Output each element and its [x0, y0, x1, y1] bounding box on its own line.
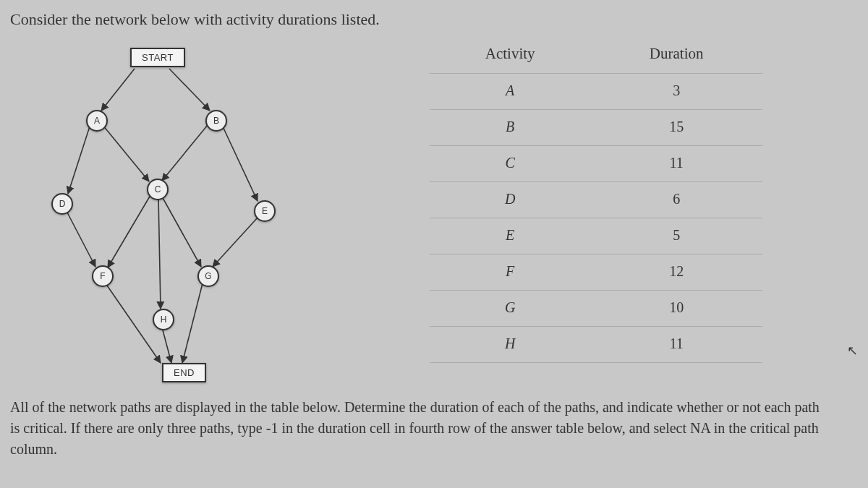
end-node: END	[162, 363, 206, 382]
node-a: A	[86, 110, 108, 132]
node-f: F	[92, 265, 114, 287]
cursor-icon: ↖	[847, 343, 858, 359]
activity-cell: F	[430, 254, 590, 291]
instructions-text: All of the network paths are displayed i…	[10, 387, 820, 460]
column-header-duration: Duration	[590, 36, 762, 74]
activity-cell: E	[430, 218, 590, 254]
column-header-activity: Activity	[430, 36, 590, 74]
duration-cell: 15	[590, 110, 762, 146]
table-row: D6	[430, 182, 762, 218]
node-e: E	[254, 200, 276, 222]
node-b: B	[205, 110, 227, 132]
page-title: Consider the network below with activity…	[10, 6, 858, 36]
duration-cell: 10	[590, 291, 762, 327]
node-c: C	[147, 179, 169, 200]
table-row: E5	[430, 218, 762, 254]
node-h: H	[153, 309, 174, 330]
activity-cell: C	[430, 146, 590, 182]
node-g: G	[197, 265, 219, 287]
activity-cell: B	[430, 110, 590, 146]
duration-cell: 5	[590, 218, 762, 254]
duration-table: Activity Duration A3 B15 C11 D6 E5 F12 G…	[430, 36, 858, 387]
duration-cell: 11	[590, 327, 762, 363]
activity-cell: A	[430, 74, 590, 110]
activity-cell: G	[430, 291, 590, 327]
duration-cell: 12	[590, 254, 762, 291]
duration-cell: 11	[590, 146, 762, 182]
duration-cell: 3	[590, 74, 762, 110]
table-row: C11	[430, 146, 762, 182]
start-node: START	[130, 48, 185, 67]
node-d: D	[51, 193, 73, 215]
activity-cell: H	[430, 327, 590, 363]
activity-cell: D	[430, 182, 590, 218]
table-row: B15	[430, 110, 762, 146]
table-row: H11	[430, 327, 762, 363]
duration-cell: 6	[590, 182, 762, 218]
table-row: G10	[430, 291, 762, 327]
table-row: F12	[430, 254, 762, 291]
table-body: A3 B15 C11 D6 E5 F12 G10 H11	[430, 74, 762, 363]
table-row: A3	[430, 74, 762, 110]
network-diagram: START A B C D E F G H END	[17, 43, 328, 387]
